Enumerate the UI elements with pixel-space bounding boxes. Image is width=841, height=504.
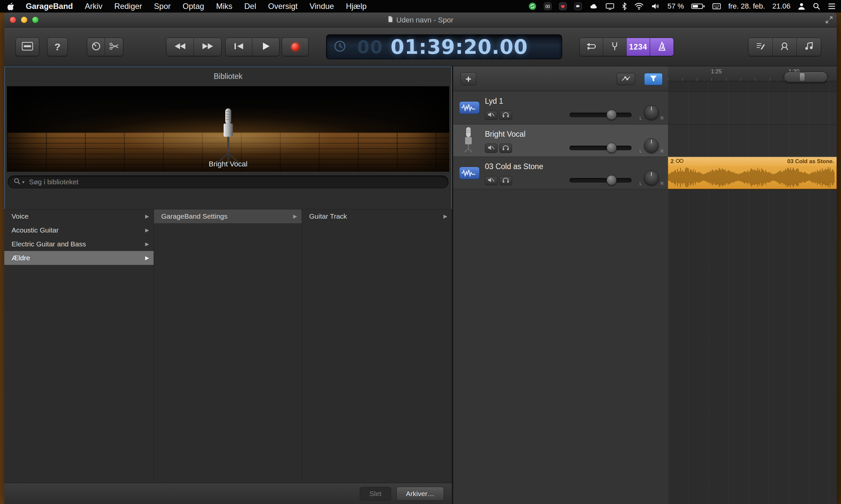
category-label: Voice <box>12 212 29 220</box>
battery-icon[interactable] <box>691 3 705 10</box>
bird-app-status-icon[interactable] <box>574 2 582 10</box>
track-header-bright-vocal[interactable]: Bright Vocal L R <box>453 125 668 157</box>
solo-button[interactable] <box>499 111 512 120</box>
display-mirroring-icon[interactable] <box>606 2 614 10</box>
forward-button[interactable] <box>194 38 221 56</box>
count-in-button[interactable]: 1234 <box>627 38 650 56</box>
search-scope-chevron-icon[interactable]: ▾ <box>22 179 24 185</box>
menu-miks[interactable]: Miks <box>216 2 232 11</box>
volume-knob[interactable] <box>607 110 617 120</box>
search-input[interactable] <box>29 178 443 186</box>
notification-center-icon[interactable] <box>828 3 836 10</box>
track-name[interactable]: 03 Cold as Stone <box>485 162 543 171</box>
disclosure-arrow-icon: ▶ <box>145 213 149 219</box>
notepad-button[interactable] <box>749 38 773 56</box>
track-name[interactable]: Lyd 1 <box>485 97 503 106</box>
track-filter-button[interactable] <box>644 73 663 85</box>
menu-optag[interactable]: Optag <box>183 2 204 11</box>
apple-menu-icon[interactable] <box>7 2 14 10</box>
audio-region-cold-as-stone[interactable]: 2 03 Cold as Stone. <box>668 157 837 189</box>
cycle-button[interactable] <box>580 38 603 56</box>
library-category-aeldre[interactable]: Ældre ▶ <box>4 251 154 265</box>
cloud-status-icon[interactable] <box>589 2 598 10</box>
solo-button[interactable] <box>499 176 512 185</box>
library-toggle-button[interactable] <box>16 38 39 56</box>
volume-slider[interactable] <box>570 146 631 150</box>
smart-controls-button[interactable] <box>87 38 105 56</box>
keyboard-viewer-icon[interactable] <box>712 3 721 10</box>
play-button[interactable] <box>252 38 279 56</box>
volume-slider[interactable] <box>570 113 631 117</box>
volume-knob[interactable] <box>607 175 617 185</box>
cycle-count-group: 1234 <box>579 38 674 56</box>
menu-clock-label[interactable]: 21.06 <box>772 2 790 11</box>
category-label: Guitar Track <box>309 212 347 220</box>
track-header-cold-as-stone[interactable]: 03 Cold as Stone L R <box>453 157 668 189</box>
archive-patch-button[interactable]: Arkiver… <box>396 487 444 501</box>
patch-name-caption: Bright Vocal <box>7 160 449 168</box>
timeline-grid[interactable] <box>668 81 837 504</box>
fullscreen-icon[interactable] <box>825 16 834 25</box>
volume-slider[interactable] <box>570 178 631 183</box>
library-search-field[interactable]: ▾ <box>7 175 449 188</box>
tuner-button[interactable] <box>603 38 627 56</box>
editors-button[interactable] <box>105 38 123 56</box>
pan-knob[interactable] <box>644 171 659 185</box>
library-column-2: GarageBand Settings ▶ <box>154 210 302 483</box>
sync-status-icon[interactable] <box>529 2 536 10</box>
library-category-acoustic-guitar[interactable]: Acoustic Guitar ▶ <box>4 223 154 237</box>
library-category-electric-guitar-and-bass[interactable]: Electric Guitar and Bass ▶ <box>4 237 154 251</box>
question-mark-icon: ? <box>54 41 60 53</box>
spotlight-search-icon[interactable] <box>812 2 821 10</box>
menu-vindue[interactable]: Vindue <box>309 2 334 11</box>
camera-app-status-icon[interactable] <box>544 2 552 10</box>
zoom-slider-handle[interactable] <box>799 73 805 81</box>
metronome-button[interactable] <box>650 38 674 56</box>
add-track-button[interactable]: + <box>461 72 476 85</box>
category-label: Electric Guitar and Bass <box>12 240 86 248</box>
title-bar[interactable]: Uden navn - Spor <box>4 13 837 28</box>
menu-del[interactable]: Del <box>245 2 256 11</box>
automation-button[interactable] <box>617 73 635 85</box>
loop-browser-button[interactable] <box>773 38 797 56</box>
pan-knob[interactable] <box>644 138 659 153</box>
transport-group <box>225 38 280 56</box>
volume-knob[interactable] <box>607 143 617 153</box>
headphones-icon <box>502 145 509 152</box>
menu-date-label[interactable]: fre. 28. feb. <box>728 2 765 11</box>
fast-forward-icon <box>202 42 214 51</box>
rewind-button[interactable] <box>166 38 194 56</box>
library-item-guitar-track[interactable]: Guitar Track ▶ <box>302 210 452 223</box>
funnel-icon <box>649 75 657 84</box>
rewind-forward-group <box>166 38 222 56</box>
mute-button[interactable] <box>485 176 498 185</box>
horizontal-zoom-slider[interactable] <box>784 72 827 82</box>
time-mode-clock-icon[interactable] <box>333 40 346 54</box>
menu-arkiv[interactable]: Arkiv <box>85 2 102 11</box>
heart-app-status-icon[interactable] <box>559 2 567 10</box>
menu-oversigt[interactable]: Oversigt <box>268 2 298 11</box>
menu-hjaelp[interactable]: Hjælp <box>346 2 366 11</box>
user-account-icon[interactable] <box>798 2 805 10</box>
go-to-beginning-button[interactable] <box>226 38 252 56</box>
category-label: GarageBand Settings <box>161 212 228 220</box>
record-button[interactable] <box>282 38 308 56</box>
audio-track-icon <box>459 167 480 179</box>
quick-help-button[interactable]: ? <box>47 38 68 56</box>
pan-knob[interactable] <box>644 105 659 120</box>
media-browser-button[interactable] <box>797 38 821 56</box>
menu-spor[interactable]: Spor <box>154 2 171 11</box>
mute-button[interactable] <box>485 111 498 120</box>
mute-button[interactable] <box>485 144 498 153</box>
library-category-voice[interactable]: Voice ▶ <box>4 210 154 223</box>
volume-icon[interactable] <box>651 3 660 10</box>
track-name[interactable]: Bright Vocal <box>485 130 525 139</box>
menu-rediger[interactable]: Rediger <box>114 2 142 11</box>
bluetooth-icon[interactable] <box>622 2 627 11</box>
library-item-garageband-settings[interactable]: GarageBand Settings ▶ <box>154 210 302 223</box>
delete-patch-button[interactable]: Slet <box>360 487 391 501</box>
solo-button[interactable] <box>499 144 512 153</box>
track-header-lyd-1[interactable]: Lyd 1 L R <box>453 91 668 125</box>
app-menu-garageband[interactable]: GarageBand <box>26 2 73 11</box>
wifi-icon[interactable] <box>634 3 644 10</box>
